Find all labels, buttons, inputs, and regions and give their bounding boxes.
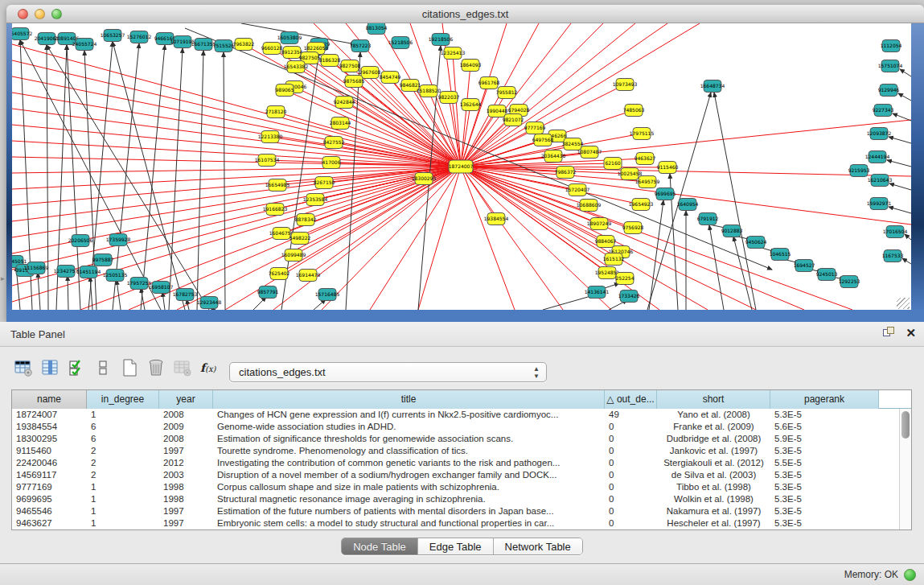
graph-node-selected[interactable]: 9660128 [261,43,283,55]
graph-node[interactable]: 7515526 [213,40,235,52]
graph-node[interactable]: 15218506 [388,37,413,49]
graph-node-selected[interactable]: 9463627 [634,153,656,165]
graph-edge[interactable] [900,69,911,76]
table-row[interactable]: 969969511998Structural magnetic resonanc… [12,493,911,505]
column-header-out_de[interactable]: △ out_de... [605,390,657,409]
graph-node-selected[interactable]: 19654923 [629,199,654,211]
graph-node[interactable]: 9129946 [878,84,900,97]
graph-edge[interactable] [889,183,911,190]
graph-node-selected[interactable]: 15720407 [565,184,590,196]
graph-node[interactable]: 16782753 [173,289,198,301]
selected-edge[interactable] [461,167,515,310]
scrollbar-thumb[interactable] [901,411,910,439]
graph-node[interactable]: 15716485 [315,289,340,301]
graph-node[interactable]: 1640954 [677,199,699,211]
table-row[interactable]: 1456911722003Disruption of a novel membe… [12,469,911,481]
graph-node[interactable]: 24055724 [72,39,97,51]
graph-node-selected[interactable]: 9242844 [334,97,355,109]
graph-node-selected[interactable]: 16495759 [635,176,660,188]
graph-edge[interactable] [709,225,724,310]
table-row[interactable]: 977716911998Corpus callosum shape and si… [12,481,911,493]
graph-node[interactable]: 20206506 [68,235,93,247]
table-selector-dropdown[interactable]: citations_edges.txt ▲▼ [229,362,547,382]
graph-node[interactable]: 12342757 [54,266,79,278]
show-columns-icon[interactable] [39,357,60,378]
graph-node[interactable]: 15992971 [867,198,892,210]
graph-node-selected[interactable]: 6497568 [532,134,554,146]
column-header-name[interactable]: name [12,390,87,409]
graph-edge[interactable] [543,295,593,310]
table-row[interactable]: 911546021997Tourette syndrome. Phenomeno… [12,445,911,457]
graph-node[interactable]: 1046515 [770,249,791,261]
graph-edge[interactable] [224,52,225,310]
graph-node-selected[interactable]: 12325413 [441,47,466,60]
graph-node-selected[interactable]: 9884067 [595,236,617,248]
graph-node-selected[interactable]: 16543382 [284,61,309,73]
graph-node[interactable]: 11156869 [24,262,49,274]
graph-node[interactable]: 19218506 [429,34,454,46]
graph-node-selected[interactable]: 18300295 [412,173,437,185]
graph-node[interactable]: 9975887 [92,254,114,266]
graph-node[interactable]: 10653257 [101,30,125,42]
graph-node-selected[interactable]: 2803144 [330,117,351,130]
graph-edge[interactable] [905,234,911,240]
graph-node[interactable]: 1112054 [881,40,902,52]
graph-node[interactable]: 17359928 [106,234,131,246]
graph-edge[interactable] [893,113,911,121]
graph-node-selected[interactable]: 17975115 [630,128,655,140]
graph-node-selected[interactable]: 12213380 [258,131,283,143]
table-row[interactable]: 1938455462009Genome-wide association stu… [12,421,911,433]
column-header-in_degree[interactable]: in_degree [87,390,159,409]
column-header-short[interactable]: short [657,390,770,409]
tab-network-table[interactable]: Network Table [494,538,582,554]
graph-node-selected[interactable]: 20364436 [541,150,566,163]
graph-edge[interactable] [197,51,203,310]
function-builder-icon[interactable]: f(x) [199,357,220,378]
selected-edge[interactable] [12,167,461,286]
graph-node[interactable]: 12093872 [867,128,892,140]
graph-node-selected[interactable]: 62160 [604,158,622,170]
graph-node-selected[interactable]: 9777169 [524,122,546,134]
graph-node[interactable]: 16958107 [149,282,174,294]
graph-node-selected[interactable]: 9827508 [339,60,361,72]
graph-node-selected[interactable]: 7625402 [269,268,290,280]
graph-node-selected[interactable]: 8454749 [380,72,401,84]
float-panel-icon[interactable] [883,327,896,340]
selected-edge[interactable] [12,125,461,167]
graph-edge[interactable] [113,42,185,310]
graph-node[interactable]: 17016504 [883,226,908,238]
graph-node-selected[interactable]: 252254 [616,273,634,285]
graph-node-selected[interactable]: 8427552 [323,137,345,149]
selected-edge[interactable] [370,167,461,310]
graph-node-selected[interactable]: 18907249 [587,218,612,230]
graph-node-selected[interactable]: 1615132 [603,253,625,266]
graph-node[interactable]: 9012883 [721,225,743,237]
column-header-pagerank[interactable]: pagerank [770,390,879,409]
selected-edge[interactable] [461,167,852,310]
network-graph[interactable]: 1640557220419061208914062405572410653257… [12,23,911,310]
graph-edge[interactable] [253,297,266,310]
graph-node[interactable]: 9450624 [745,237,767,249]
table-row[interactable]: 1872400712008Changes of HCN gene express… [12,409,911,421]
selected-edge[interactable] [461,167,911,176]
graph-node[interactable]: 9245013 [816,269,838,281]
graph-edge[interactable] [649,200,663,310]
row-height-icon[interactable] [92,357,113,378]
graph-edge[interactable] [889,207,911,213]
close-panel-icon[interactable]: ✕ [906,327,916,340]
graph-node-selected[interactable]: 16107534 [255,154,280,167]
graph-node-selected[interactable]: 16099489 [281,249,306,262]
graph-node[interactable]: 6791912 [697,213,719,225]
graph-node-selected[interactable]: 9821072 [503,114,524,126]
column-header-title[interactable]: title [213,390,605,409]
select-columns-icon[interactable] [66,357,87,378]
graph-node[interactable]: 11451194 [76,266,101,278]
graph-node[interactable]: 9215953 [848,165,870,177]
graph-node-selected[interactable]: 9115460 [657,162,679,174]
graph-node[interactable]: 9699695 [655,188,676,200]
graph-node-selected[interactable]: 1362644 [460,99,482,111]
column-header-year[interactable]: year [159,390,213,409]
graph-node-selected[interactable]: 8186328 [319,55,341,67]
delete-icon[interactable] [146,357,166,378]
table-settings-icon[interactable] [13,357,34,378]
